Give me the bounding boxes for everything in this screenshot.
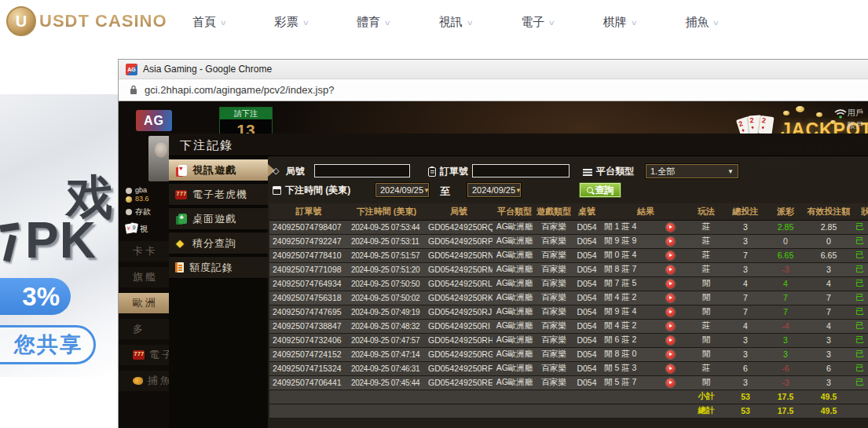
nav-item-4[interactable]: 電子 ∨ — [521, 15, 555, 30]
result-text: 閒 6 莊 2 — [604, 335, 636, 346]
browser-address-bar[interactable]: gci.2hhapi.com/agingame/pcv2/index.jsp? — [119, 79, 868, 101]
banner-percent-badge: 3% — [0, 278, 71, 315]
table-header-cell: 派彩 — [767, 203, 804, 220]
nav-item-5[interactable]: 棋牌 ∨ — [603, 15, 637, 30]
lobby-menu-label: 多 — [133, 322, 145, 336]
table-header-cell: 結果 — [602, 203, 689, 220]
chevron-down-icon: ∨ — [302, 19, 309, 27]
result-text: 閒 4 莊 2 — [604, 320, 636, 331]
search-icon — [587, 187, 593, 193]
browser-title-bar[interactable]: AG Asia Gaming - Google Chrome — [119, 60, 868, 79]
play-video-icon[interactable] — [666, 364, 675, 373]
modal-sidebar-item-0[interactable]: 視訊遊戲 — [169, 159, 268, 181]
play-video-icon[interactable] — [666, 379, 675, 387]
modal-main: 局號 訂單號 平台類型 1.全部 ▼ 下注時間 — [268, 156, 868, 428]
promo-banner: 戏 PK 3% 您共享 — [0, 45, 118, 428]
subtotal-row: 小計 53 17.5 49.5 — [269, 390, 868, 404]
date-to-select[interactable]: 2024/09/25 ▼ — [467, 183, 521, 197]
play-video-icon[interactable] — [666, 280, 675, 288]
date-from-select[interactable]: 2024/09/25 ▼ — [375, 183, 429, 197]
play-video-icon[interactable] — [666, 251, 675, 260]
url-text: gci.2hhapi.com/agingame/pcv2/index.jsp? — [145, 84, 334, 96]
modal-sidebar-item-3[interactable]: 積分查詢 — [169, 232, 268, 254]
lobby-menu-label: 旗艦 — [133, 270, 158, 284]
table-row[interactable]: 240925074715324 2024-09-25 07:46:31 GD05… — [269, 361, 868, 375]
nav-item-label: 首頁 — [192, 15, 216, 30]
table-row[interactable]: 240925074747695 2024-09-25 07:49:19 GD05… — [269, 305, 868, 319]
table-row[interactable]: 240925074792247 2024-09-25 07:53:11 GD05… — [269, 234, 868, 248]
nav-item-1[interactable]: 彩票 ∨ — [275, 15, 309, 30]
play-video-icon[interactable] — [666, 336, 675, 345]
chevron-down-icon: ∨ — [548, 19, 555, 27]
site-logo-text: USDT CASINO — [39, 11, 167, 31]
list-icon — [583, 168, 592, 176]
table-row[interactable]: 240925074771098 2024-09-25 07:51:20 GD05… — [269, 262, 868, 276]
calendar-icon — [273, 186, 281, 195]
nav-item-3[interactable]: 視訊 ∨ — [439, 15, 473, 30]
modal-sidebar-label: 視訊遊戲 — [192, 163, 236, 177]
table-header-cell: 總投注 — [723, 203, 767, 220]
play-video-icon[interactable] — [666, 237, 675, 246]
result-text: 閒 8 莊 0 — [604, 349, 636, 360]
coin-logo-icon: U — [6, 6, 36, 36]
bet-records-modal: 下注記錄 視訊遊戲 電子老虎機 桌面遊戲 積分查詢 額度記錄 局號 訂單號 — [169, 134, 868, 428]
coin-decoration — [830, 120, 836, 124]
table-row[interactable]: 240925074732406 2024-09-25 07:47:57 GD05… — [269, 333, 868, 347]
banner-share-button[interactable]: 您共享 — [0, 325, 96, 364]
chevron-down-icon: ∨ — [466, 19, 473, 27]
result-text: 閒 9 莊 4 — [604, 306, 636, 317]
table-body: 240925074798407 2024-09-25 07:53:44 GD05… — [269, 220, 868, 418]
site-logo[interactable]: U USDT CASINO — [6, 6, 167, 36]
modal-sidebar-item-4[interactable]: 額度記錄 — [169, 256, 268, 279]
clipboard-icon — [428, 167, 436, 177]
money-bag-icon — [126, 196, 132, 203]
table-cards-icon — [178, 214, 187, 224]
slot-777-icon — [133, 350, 145, 360]
nav-item-6[interactable]: 捕魚 ∨ — [685, 15, 719, 30]
table-row[interactable]: 240925074738847 2024-09-25 07:48:32 GD05… — [269, 319, 868, 333]
result-text: 閒 5 莊 3 — [604, 363, 636, 374]
modal-sidebar-label: 電子老虎機 — [192, 188, 247, 202]
nav-menu: 首頁 ∨ 彩票 ∨ 體育 ∨ 視訊 ∨ 電子 ∨ 棋牌 ∨ 捕魚 ∨ — [192, 0, 719, 45]
platform-type-label: 平台類型 — [583, 165, 634, 178]
table-row[interactable]: 240925074778410 2024-09-25 07:51:57 GD05… — [269, 248, 868, 262]
round-number-input[interactable] — [314, 164, 410, 177]
play-video-icon[interactable] — [666, 294, 675, 302]
platform-type-select[interactable]: 1.全部 ▼ — [646, 164, 738, 178]
deposit-icon — [126, 209, 132, 215]
user-icon — [126, 188, 132, 194]
modal-sidebar-label: 額度記錄 — [189, 261, 233, 275]
table-header-cell: 平台類型 — [493, 203, 537, 220]
table-header-cell: 局號 — [425, 203, 493, 220]
table-row[interactable]: 240925074724152 2024-09-25 07:47:14 GD05… — [269, 347, 868, 361]
table-header-cell: 桌號 — [571, 203, 602, 220]
play-video-icon[interactable] — [666, 322, 675, 331]
room-info-label: 用戶 — [848, 107, 868, 119]
page: U USDT CASINO 首頁 ∨ 彩票 ∨ 體育 ∨ 視訊 ∨ 電子 ∨ 棋… — [0, 0, 868, 428]
nav-item-0[interactable]: 首頁 ∨ — [192, 15, 226, 30]
order-number-input[interactable] — [472, 164, 570, 177]
slot-777-icon — [175, 190, 187, 199]
table-row[interactable]: 240925074706441 2024-09-25 07:45:44 GD05… — [269, 375, 868, 390]
modal-sidebar-item-1[interactable]: 電子老虎機 — [169, 183, 268, 206]
modal-sidebar-item-2[interactable]: 桌面遊戲 — [169, 207, 268, 230]
play-video-icon[interactable] — [666, 265, 675, 274]
result-text: 閒 0 莊 4 — [604, 250, 636, 261]
search-button[interactable]: 查詢 — [579, 182, 621, 198]
table-row[interactable]: 240925074756318 2024-09-25 07:50:02 GD05… — [269, 291, 868, 305]
nav-item-2[interactable]: 體育 ∨ — [357, 15, 390, 30]
table-row[interactable]: 240925074764934 2024-09-25 07:50:50 GD05… — [269, 276, 868, 291]
table-row[interactable]: 240925074798407 2024-09-25 07:53:44 GD05… — [269, 220, 868, 234]
result-text: 閒 9 莊 9 — [604, 236, 636, 247]
coin-decoration — [783, 111, 789, 115]
play-video-icon[interactable] — [666, 223, 675, 232]
chevron-down-icon: ▼ — [423, 187, 430, 194]
bet-records-table: 訂單號下注時間 (美東)局號平台類型遊戲類型桌號結果玩法總投注派彩有效投注額狀態… — [269, 203, 868, 419]
fish-icon — [133, 377, 143, 385]
result-text: 閒 1 莊 4 — [604, 221, 636, 232]
play-video-icon[interactable] — [666, 350, 675, 359]
result-text: 閒 8 莊 7 — [604, 264, 636, 275]
gem-icon — [175, 238, 187, 249]
play-video-icon[interactable] — [666, 308, 675, 316]
lobby-menu-label: 卡卡 — [133, 244, 158, 258]
